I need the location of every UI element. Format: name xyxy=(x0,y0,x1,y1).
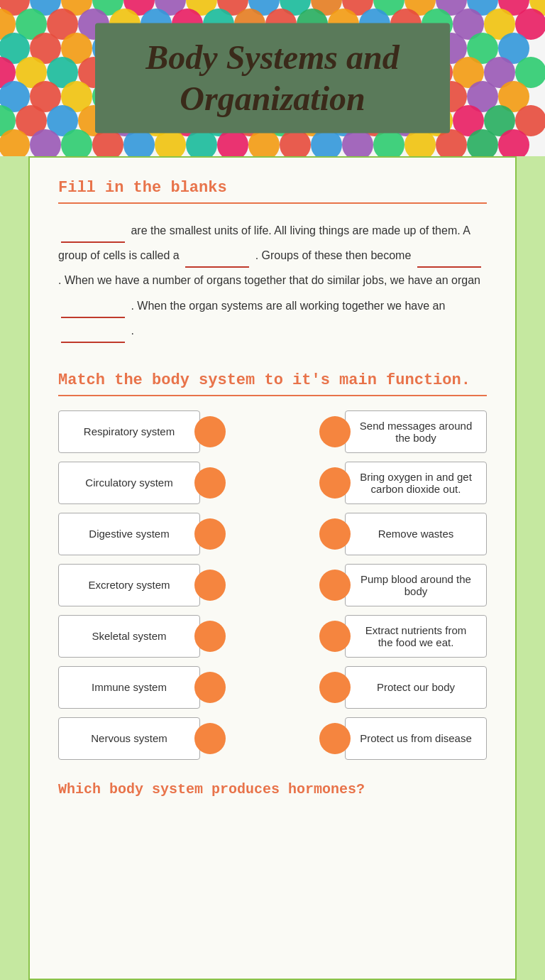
blank-4[interactable] xyxy=(61,304,125,318)
dot-right-7[interactable] xyxy=(319,723,351,754)
bottom-question-text: Which body system produces hormones? xyxy=(58,781,487,797)
match-right-7: Protect us from disease xyxy=(319,717,487,760)
match-row-2: Circulatory system Bring oxygen in and g… xyxy=(58,462,487,504)
dot-right-2[interactable] xyxy=(319,467,351,499)
fill-in-blanks-title: Fill in the blanks xyxy=(58,179,487,197)
dot-left-7[interactable] xyxy=(194,723,226,754)
match-left-6: Immune system xyxy=(58,666,226,709)
match-left-3: Digestive system xyxy=(58,513,226,555)
match-right-6: Protect our body xyxy=(319,666,487,709)
dot-right-4[interactable] xyxy=(319,570,351,601)
dot-left-3[interactable] xyxy=(194,518,226,550)
match-row-6: Immune system Protect our body xyxy=(58,666,487,709)
function-box-3: Remove wastes xyxy=(345,513,487,555)
blank-2[interactable] xyxy=(185,254,249,268)
system-box-digestive: Digestive system xyxy=(58,513,200,555)
fill-in-blanks-section: Fill in the blanks are the smallest unit… xyxy=(58,179,487,343)
match-left-1: Respiratory system xyxy=(58,410,226,453)
main-content: Fill in the blanks are the smallest unit… xyxy=(28,156,517,980)
dot-left-1[interactable] xyxy=(194,416,226,447)
system-box-nervous: Nervous system xyxy=(58,717,200,760)
system-box-skeletal: Skeletal system xyxy=(58,615,200,658)
match-section: Match the body system to it's main funct… xyxy=(58,371,487,760)
fill-divider xyxy=(58,202,487,204)
dot-left-6[interactable] xyxy=(194,672,226,703)
dot-left-4[interactable] xyxy=(194,570,226,601)
dot-left-2[interactable] xyxy=(194,467,226,499)
blank-1[interactable] xyxy=(61,229,125,243)
right-decoration xyxy=(517,156,545,980)
match-grid: Respiratory system Send messages around … xyxy=(58,410,487,760)
system-box-circulatory: Circulatory system xyxy=(58,462,200,504)
match-right-1: Send messages around the body xyxy=(319,410,487,453)
bottom-question-section: Which body system produces hormones? xyxy=(58,781,487,797)
fill-in-blanks-text: are the smallest units of life. All livi… xyxy=(58,218,487,343)
function-box-4: Pump blood around the body xyxy=(345,564,487,606)
left-decoration xyxy=(0,156,28,980)
match-divider xyxy=(58,395,487,396)
function-box-1: Send messages around the body xyxy=(345,410,487,453)
match-left-7: Nervous system xyxy=(58,717,226,760)
system-box-respiratory: Respiratory system xyxy=(58,410,200,453)
match-left-4: Excretory system xyxy=(58,564,226,606)
match-row-7: Nervous system Protect us from disease xyxy=(58,717,487,760)
dot-right-1[interactable] xyxy=(319,416,351,447)
system-box-excretory: Excretory system xyxy=(58,564,200,606)
function-box-7: Protect us from disease xyxy=(345,717,487,760)
match-row-1: Respiratory system Send messages around … xyxy=(58,410,487,453)
blank-5[interactable] xyxy=(61,329,125,343)
header-background: .s0{fill:#e74c3c} .s1{fill:#3498db} .s2{… xyxy=(0,0,545,156)
dot-right-6[interactable] xyxy=(319,672,351,703)
match-right-2: Bring oxygen in and get carbon dioxide o… xyxy=(319,462,487,504)
match-row-4: Excretory system Pump blood around the b… xyxy=(58,564,487,606)
page-title: Body Systems and Organization xyxy=(123,37,422,119)
match-row-3: Digestive system Remove wastes xyxy=(58,513,487,555)
blank-3[interactable] xyxy=(417,254,481,268)
page-title-box: Body Systems and Organization xyxy=(95,23,450,133)
match-right-3: Remove wastes xyxy=(319,513,487,555)
dot-right-3[interactable] xyxy=(319,518,351,550)
match-right-4: Pump blood around the body xyxy=(319,564,487,606)
function-box-5: Extract nutrients from the food we eat. xyxy=(345,615,487,658)
match-section-title: Match the body system to it's main funct… xyxy=(58,371,487,389)
function-box-6: Protect our body xyxy=(345,666,487,709)
dot-left-5[interactable] xyxy=(194,621,226,652)
dot-right-5[interactable] xyxy=(319,621,351,652)
match-left-2: Circulatory system xyxy=(58,462,226,504)
match-left-5: Skeletal system xyxy=(58,615,226,658)
match-row-5: Skeletal system Extract nutrients from t… xyxy=(58,615,487,658)
system-box-immune: Immune system xyxy=(58,666,200,709)
function-box-2: Bring oxygen in and get carbon dioxide o… xyxy=(345,462,487,504)
match-right-5: Extract nutrients from the food we eat. xyxy=(319,615,487,658)
